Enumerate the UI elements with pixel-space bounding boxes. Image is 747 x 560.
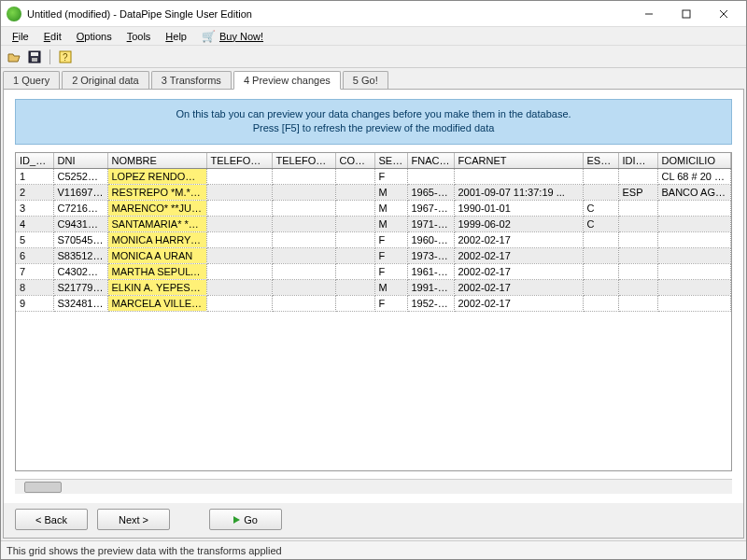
col-fcarnet[interactable]: FCARNET [454,153,583,169]
cell[interactable]: 1999-06-02 [454,216,583,231]
cell[interactable] [206,263,272,279]
tab-go[interactable]: 5 Go! [343,71,388,89]
cell[interactable] [272,263,335,279]
cell[interactable] [583,295,618,311]
table-row[interactable]: 7C43028837MARTHA SEPULVEDAF1961-1...2002… [16,263,732,279]
menu-help[interactable]: Help [158,29,194,44]
cell[interactable] [583,263,618,279]
cell[interactable] [657,231,730,247]
cell[interactable] [657,279,730,295]
cell[interactable]: CL 68 # 20 D - 31 ... [657,168,730,184]
col-sexo[interactable]: SEXO [374,153,407,169]
table-row[interactable]: 1C52528144LOPEZ RENDON NANCY ...FCL 68 #… [16,168,732,184]
table-row[interactable]: 8S217794...ELKIN A. YEPES A.M1991-0...20… [16,279,732,295]
cell[interactable]: MARENCO* **JULIO [107,200,206,216]
table-row[interactable]: 3C72160103MARENCO* **JULIOM1967-1...1990… [16,200,732,216]
cell[interactable]: 7 [16,263,53,279]
tab-transforms[interactable]: 3 Transforms [151,71,232,89]
save-icon[interactable] [27,49,42,64]
cell[interactable] [335,263,374,279]
cell[interactable] [618,200,657,216]
close-button[interactable] [705,2,742,26]
cell[interactable] [618,279,657,295]
cell[interactable] [335,295,374,311]
menu-edit[interactable]: Edit [36,29,69,44]
table-row[interactable]: 6S835120...MONICA A URANF1973-0...2002-0… [16,247,732,263]
cell[interactable]: MARTHA SEPULVEDA [107,263,206,279]
cell[interactable]: 2002-02-17 [454,263,583,279]
menu-file[interactable]: File [5,29,36,44]
cell[interactable] [618,216,657,231]
cell[interactable]: ESP [618,184,657,200]
cell[interactable]: 6 [16,247,53,263]
cell[interactable]: 2 [16,184,53,200]
cell[interactable] [730,168,732,184]
cell[interactable]: MARCELA VILLEGAS A [107,295,206,311]
col-nombre[interactable]: NOMBRE [107,153,206,169]
cell[interactable]: V116976... [53,184,107,200]
tab-query[interactable]: 1 Query [3,71,60,89]
table-row[interactable]: 5S705453...MONICA HARRY JARAM...F1960-0.… [16,231,732,247]
cell[interactable] [618,231,657,247]
cell[interactable] [335,247,374,263]
cell[interactable] [335,200,374,216]
cell[interactable] [583,231,618,247]
minimize-button[interactable] [630,2,668,26]
preview-grid[interactable]: ID_F... DNI NOMBRE TELEFONOP... TELEFONO… [15,152,732,471]
cell[interactable]: F [374,247,407,263]
cell[interactable]: SANTAMARIA* **NICA... [107,216,206,231]
cell[interactable]: 1973-0... [407,247,454,263]
cell[interactable]: 1990-01-01 [454,200,583,216]
cell[interactable] [454,168,583,184]
cell[interactable]: BANCO AGRARIO [657,184,730,200]
col-esta[interactable]: ESTA... [583,153,618,169]
cell[interactable] [335,231,374,247]
cell[interactable]: 2002-02-17 [454,247,583,263]
col-telefonot[interactable]: TELEFONOT... [272,153,335,169]
cell[interactable]: 5 [16,231,53,247]
cell[interactable] [730,279,732,295]
cell[interactable] [730,200,732,216]
cell[interactable]: MONICA A URAN [107,247,206,263]
col-domicilio[interactable]: DOMICILIO [657,153,730,169]
cell[interactable] [618,247,657,263]
cell[interactable]: M [374,184,407,200]
tab-original-data[interactable]: 2 Original data [62,71,149,89]
cell[interactable] [583,247,618,263]
cell[interactable] [335,168,374,184]
col-fnacim[interactable]: FNACIM [407,153,454,169]
cell[interactable] [618,168,657,184]
cell[interactable] [206,279,272,295]
cell[interactable] [657,216,730,231]
back-button[interactable]: < Back [15,509,88,530]
cell[interactable]: 8 [16,279,53,295]
cell[interactable] [583,168,618,184]
cell[interactable] [730,247,732,263]
col-telefonop[interactable]: TELEFONOP... [206,153,272,169]
cell[interactable] [272,200,335,216]
cell[interactable]: C [583,216,618,231]
cell[interactable]: F [374,231,407,247]
horizontal-scrollbar[interactable] [15,479,732,494]
cell[interactable] [206,168,272,184]
cell[interactable] [272,279,335,295]
cell[interactable] [206,247,272,263]
cell[interactable]: S835120... [53,247,107,263]
cell[interactable] [206,295,272,311]
col-codp[interactable]: CODP... [335,153,374,169]
menu-buy-now[interactable]: 🛒 Buy Now! [194,28,271,45]
tab-preview-changes[interactable]: 4 Preview changes [233,71,341,90]
next-button[interactable]: Next > [97,509,170,530]
cell[interactable]: 1961-1... [407,263,454,279]
cell[interactable] [618,263,657,279]
cell[interactable]: 2002-02-17 [454,279,583,295]
cell[interactable]: F [374,263,407,279]
maximize-button[interactable] [668,2,705,26]
cell[interactable] [583,184,618,200]
cell[interactable] [730,295,732,311]
col-idioma[interactable]: IDIOMA [618,153,657,169]
cell[interactable]: C [583,200,618,216]
cell[interactable]: S705453... [53,231,107,247]
cell[interactable] [657,295,730,311]
cell[interactable]: 1960-0... [407,231,454,247]
